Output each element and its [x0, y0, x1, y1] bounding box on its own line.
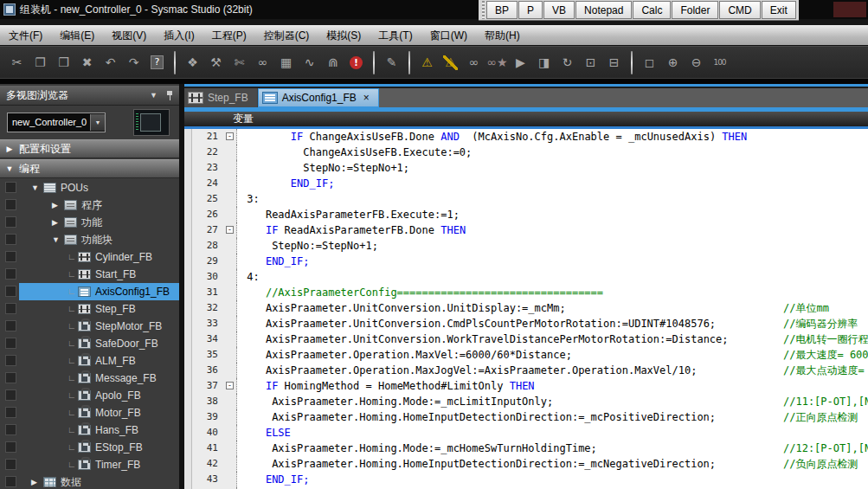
paste-button[interactable]: ❒: [52, 51, 75, 74]
code-line-28[interactable]: 28 StepNo:=StepNo+1;: [192, 238, 868, 254]
stop-monitor-button[interactable]: ∞★: [485, 51, 509, 74]
menu-item-6[interactable]: 模拟(S): [318, 26, 370, 45]
project-window-button[interactable]: ❖: [181, 51, 204, 74]
help-button[interactable]: ?: [145, 51, 169, 74]
tree-item--[interactable]: ▶数据: [0, 473, 179, 489]
fold-toggle-icon[interactable]: -: [226, 226, 234, 234]
error-list-button[interactable]: !: [344, 51, 368, 74]
check-all-programs-button[interactable]: ▦: [274, 51, 298, 74]
go-offline-button[interactable]: ⚠: [439, 51, 462, 74]
zoom-in-button[interactable]: ⊕: [661, 51, 685, 74]
code-line-23[interactable]: 23 StepNo:=StepNo+1;: [192, 160, 868, 176]
tree-item-alm_fb[interactable]: ∟ALM_FB: [0, 352, 179, 370]
code-line-29[interactable]: 29 END_IF;: [192, 254, 868, 269]
menu-item-3[interactable]: 插入(I): [155, 26, 203, 45]
tree-item-pous[interactable]: ▼POUs: [0, 179, 179, 196]
undo-button[interactable]: ↶: [99, 51, 122, 74]
code-line-21[interactable]: 21- IF ChangeAxisUseFB.Done AND (McAxisN…: [192, 129, 868, 145]
code-line-31[interactable]: 31 //AxisPraameterConfig================…: [192, 285, 868, 300]
tree-item--[interactable]: ▼功能块: [0, 231, 179, 248]
run-mode-button[interactable]: ▶: [509, 51, 532, 74]
taskbar-button-cmd[interactable]: CMD: [719, 1, 760, 19]
dropdown-arrow-icon[interactable]: ▼: [90, 114, 105, 131]
menu-item-4[interactable]: 工程(P): [203, 26, 255, 45]
tree-item-step_fb[interactable]: ∟Step_FB: [0, 300, 179, 318]
tree-item-apolo_fb[interactable]: ∟Apolo_FB: [0, 387, 179, 404]
menu-item-2[interactable]: 视图(V): [103, 26, 155, 45]
code-line-22[interactable]: 22 ChangeAxisUseFB.Execute:=0;: [192, 145, 868, 160]
code-line-26[interactable]: 26 ReadAxisParameterFB.Execute:=1;: [192, 207, 868, 222]
code-line-33[interactable]: 33 AxisPraameter.UnitConversion.CmdPlsCo…: [192, 316, 868, 331]
search-button[interactable]: ⋒: [321, 51, 344, 74]
editor-left-scrollbar[interactable]: [184, 129, 192, 489]
cut-button[interactable]: ✂: [5, 51, 29, 74]
zoom-out-button[interactable]: ⊖: [685, 51, 708, 74]
variable-usage-button[interactable]: ∿: [298, 51, 321, 74]
menu-item-7[interactable]: 工具(T): [370, 26, 421, 45]
synchronize-button[interactable]: ↻: [556, 51, 579, 74]
taskbar-button-notepad[interactable]: Notepad: [575, 1, 632, 19]
chevron-open-icon[interactable]: ▼: [52, 231, 64, 248]
transfer-to-controller-button[interactable]: ⊡: [579, 51, 602, 74]
taskbar-button-p[interactable]: P: [518, 1, 543, 19]
variables-collapsed-bar[interactable]: 变量: [184, 112, 868, 126]
chevron-closed-icon[interactable]: ▶: [31, 473, 43, 489]
chevron-open-icon[interactable]: ▼: [31, 179, 43, 196]
taskbar-button-bp[interactable]: BP: [486, 1, 518, 19]
menu-item-8[interactable]: 窗口(W): [421, 26, 476, 45]
tree-item-cylinder_fb[interactable]: ∟Cylinder_FB: [0, 248, 179, 266]
tree-item-hans_fb[interactable]: ∟Hans_FB: [0, 421, 179, 439]
fold-toggle-icon[interactable]: -: [226, 132, 234, 140]
code-line-38[interactable]: 38 AxisPraameter.Homing.Mode:=_mcLimitIn…: [192, 394, 868, 409]
zoom-100-button[interactable]: 100: [708, 51, 731, 74]
code-line-24[interactable]: 24 END_IF;: [192, 176, 868, 191]
code-line-32[interactable]: 32 AxisPraameter.UnitConversion.UnitDisp…: [192, 300, 868, 316]
build-button[interactable]: ⚒: [204, 51, 228, 74]
menu-item-9[interactable]: 帮助(H): [476, 26, 529, 45]
controller-dropdown[interactable]: new_Controller_0 ▼: [7, 113, 106, 132]
taskbar-button-exit[interactable]: Exit: [762, 1, 796, 19]
monitor-button[interactable]: ∞: [462, 51, 485, 74]
fold-toggle-icon[interactable]: -: [226, 382, 234, 389]
code-line-37[interactable]: 37- IF HomingMethod = HomeMethod#LimitOn…: [192, 378, 868, 394]
code-area[interactable]: 21- IF ChangeAxisUseFB.Done AND (McAxisN…: [192, 129, 868, 489]
program-mode-button[interactable]: ◨: [532, 51, 556, 74]
tree-section-0[interactable]: ▶配置和设置: [0, 139, 179, 158]
tree-item-axisconfig1_fb[interactable]: ∟AxisConfig1_FB: [0, 283, 179, 300]
code-line-36[interactable]: 36 AxisPraameter.Operation.MaxJogVel:=Ax…: [192, 363, 868, 378]
tree-item-timer_fb[interactable]: ∟Timer_FB: [0, 456, 179, 473]
chevron-closed-icon[interactable]: ▶: [52, 196, 64, 214]
code-line-34[interactable]: 34 AxisPraameter.UnitConversion.WorkTrav…: [192, 331, 868, 347]
code-line-30[interactable]: 30 4:: [192, 269, 868, 285]
tree-item-start_fb[interactable]: ∟Start_FB: [0, 266, 179, 283]
transfer-from-controller-button[interactable]: ⊟: [602, 51, 626, 74]
tree-item-safedoor_fb[interactable]: ∟SafeDoor_FB: [0, 335, 179, 352]
code-line-27[interactable]: 27- IF ReadAxisParameterFB.Done THEN: [192, 222, 868, 238]
code-line-25[interactable]: 25 3:: [192, 191, 868, 207]
edit-mode-button[interactable]: ✎: [380, 51, 403, 74]
code-line-43[interactable]: 43 END_IF;: [192, 472, 868, 487]
rebuild-button[interactable]: ✄: [228, 51, 251, 74]
chevron-closed-icon[interactable]: ▶: [0, 140, 19, 158]
menu-item-5[interactable]: 控制器(C): [255, 26, 318, 45]
tree-item-stepmotor_fb[interactable]: ∟StepMotor_FB: [0, 318, 179, 335]
code-line-35[interactable]: 35 AxisPraameter.Operation.MaxVel:=6000/…: [192, 347, 868, 363]
check-program-button[interactable]: ∞: [251, 51, 274, 74]
code-line-41[interactable]: 41 AxisPraameter.Homing.Mode:=_mcHomeSwT…: [192, 441, 868, 456]
taskbar-grip[interactable]: [482, 1, 485, 19]
tab-axisconfig1_fb[interactable]: AxisConfig1_FB×: [258, 88, 379, 107]
tree-item--[interactable]: ▶程序: [0, 196, 179, 214]
tree-item-estop_fb[interactable]: ∟EStop_FB: [0, 439, 179, 456]
tree-section-1[interactable]: ▼编程: [0, 159, 179, 178]
chevron-closed-icon[interactable]: ▶: [52, 214, 64, 231]
code-line-40[interactable]: 40 ELSE: [192, 425, 868, 441]
menu-item-0[interactable]: 文件(F): [0, 26, 51, 45]
taskbar-button-folder[interactable]: Folder: [672, 1, 718, 19]
code-line-39[interactable]: 39 AxisPraameter.Homing.HomeInputDetecti…: [192, 409, 868, 425]
tree-item-motor_fb[interactable]: ∟Motor_FB: [0, 404, 179, 421]
tree-item-message_fb[interactable]: ∟Message_FB: [0, 370, 179, 387]
multiview-explorer-header[interactable]: 多视图浏览器 ▼: [0, 86, 179, 106]
chevron-down-icon[interactable]: ▼: [150, 91, 158, 100]
tab-step_fb[interactable]: Step_FB: [184, 88, 258, 107]
close-icon[interactable]: ×: [363, 92, 370, 104]
